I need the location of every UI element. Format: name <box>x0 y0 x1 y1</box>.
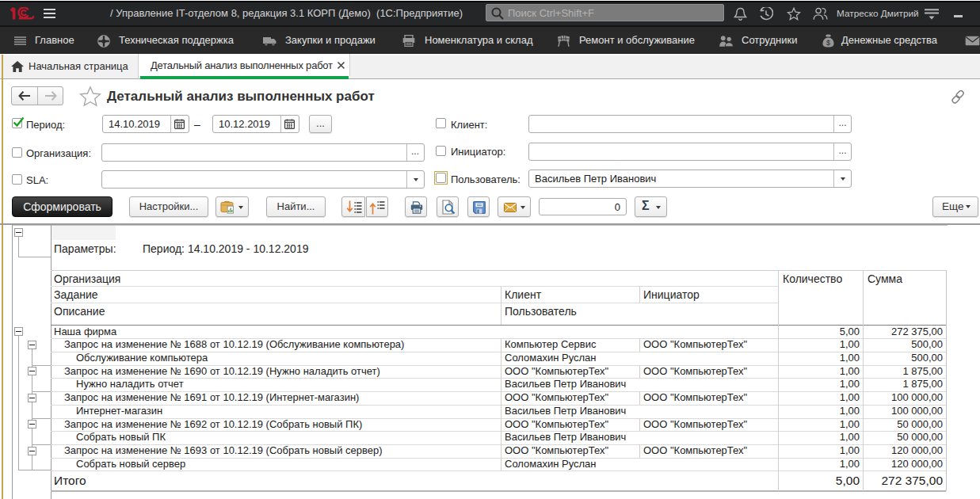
svg-text:$: $ <box>826 39 830 47</box>
